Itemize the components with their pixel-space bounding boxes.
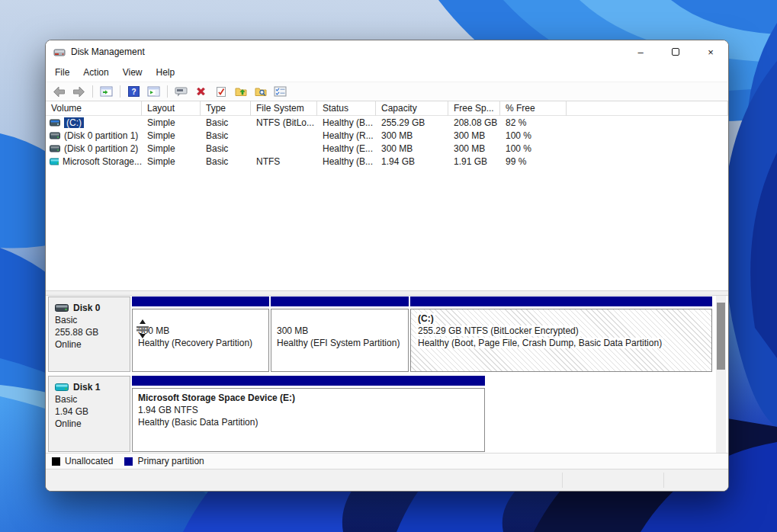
properties-button[interactable]	[271, 83, 290, 100]
percent-free-cell: 100 %	[500, 143, 567, 154]
disk0-label-panel[interactable]: Disk 0 Basic 255.88 GB Online	[48, 296, 130, 372]
percent-free-cell: 100 %	[500, 130, 567, 141]
help-icon: ?	[128, 86, 140, 97]
percent-free-cell: 82 %	[500, 117, 567, 128]
disk1-label-panel[interactable]: Disk 1 Basic 1.94 GB Online	[48, 376, 130, 452]
toolbar-separator	[92, 85, 93, 98]
partition-efi[interactable]: 300 MB Healthy (EFI System Partition)	[271, 296, 409, 372]
mark-partition-button[interactable]	[211, 83, 230, 100]
help-button[interactable]: ?	[124, 83, 143, 100]
disk-kind: Basic	[55, 314, 130, 326]
disk1-row: Disk 1 Basic 1.94 GB Online Microsoft St…	[48, 376, 714, 452]
volume-name-cell: (C:)	[46, 117, 142, 128]
minimize-button[interactable]: –	[623, 40, 658, 63]
menu-file[interactable]: File	[48, 64, 76, 81]
back-icon	[53, 86, 66, 98]
disk-kind: Basic	[55, 393, 130, 405]
toolbar-separator	[167, 85, 168, 98]
status-cell: Healthy (B...	[317, 156, 376, 167]
column-header-status[interactable]: Status	[317, 101, 376, 116]
menu-bar: File Action View Help	[46, 63, 728, 82]
column-header-volume[interactable]: Volume	[46, 101, 142, 116]
forward-button[interactable]	[69, 83, 88, 100]
capacity-cell: 1.94 GB	[376, 156, 448, 167]
type-cell: Basic	[201, 156, 251, 167]
volume-icon-partition	[50, 145, 60, 152]
explore-folder-button[interactable]	[251, 83, 270, 100]
back-button[interactable]	[50, 83, 69, 100]
disk1-partitions: Microsoft Storage Space Device (E:) 1.94…	[132, 376, 714, 452]
toolbar-separator	[120, 85, 120, 98]
partition-recovery[interactable]: 300 MB Healthy (Recovery Partition)	[132, 296, 269, 372]
screen-tip-icon	[175, 86, 188, 97]
up-folder-icon	[235, 86, 247, 97]
column-header-layout[interactable]: Layout	[142, 101, 201, 116]
volume-name: (Disk 0 partition 1)	[64, 130, 138, 141]
column-header-empty[interactable]	[567, 101, 728, 116]
action-pane-icon	[147, 86, 160, 97]
menu-help[interactable]: Help	[149, 64, 182, 81]
maximize-icon	[672, 48, 679, 56]
layout-cell: Simple	[142, 156, 201, 167]
disk-drive-icon	[53, 47, 66, 57]
menu-view[interactable]: View	[116, 64, 149, 81]
column-header-percent-free[interactable]: % Free	[500, 101, 567, 116]
status-bar	[46, 469, 728, 491]
free-space-cell: 208.08 GB	[448, 117, 500, 128]
delete-volume-icon	[195, 86, 207, 97]
toolbar: ?	[46, 82, 728, 101]
column-header-type[interactable]: Type	[201, 101, 251, 116]
unallocated-swatch	[52, 457, 60, 466]
volume-name-cell: Microsoft Storage...	[46, 156, 142, 167]
volume-row-storage-space[interactable]: Microsoft Storage... Simple Basic NTFS H…	[46, 155, 728, 168]
partition-c[interactable]: (C:) 255.29 GB NTFS (BitLocker Encrypted…	[410, 296, 712, 372]
partition-color-bar	[132, 376, 485, 386]
splitter-resize-cursor	[136, 319, 149, 339]
file-system-cell: NTFS	[251, 156, 317, 167]
volume-row-partition1[interactable]: (Disk 0 partition 1) Simple Basic Health…	[46, 129, 728, 142]
partition-color-bar	[132, 296, 269, 306]
pane-splitter[interactable]	[46, 290, 728, 296]
free-space-cell: 300 MB	[448, 130, 500, 141]
status-divider	[663, 473, 664, 488]
show-console-tree-button[interactable]	[97, 83, 116, 100]
free-space-cell: 300 MB	[448, 143, 500, 154]
volume-list-header: Volume Layout Type File System Status Ca…	[46, 101, 728, 116]
volume-icon-partition	[50, 132, 60, 139]
disk0-partitions: 300 MB Healthy (Recovery Partition) 300 …	[132, 296, 714, 372]
show-action-pane-button[interactable]	[144, 83, 163, 100]
type-cell: Basic	[201, 117, 251, 128]
screen-tip-button[interactable]	[172, 83, 191, 100]
scrollbar-thumb[interactable]	[717, 303, 725, 370]
legend-primary-partition: Primary partition	[124, 456, 204, 466]
type-cell: Basic	[201, 130, 251, 141]
volume-icon-storage-space	[50, 158, 59, 165]
partition-e[interactable]: Microsoft Storage Space Device (E:) 1.94…	[132, 376, 485, 452]
volume-row-partition2[interactable]: (Disk 0 partition 2) Simple Basic Health…	[46, 142, 728, 155]
disk-size: 255.88 GB	[55, 326, 130, 338]
volume-name: Microsoft Storage...	[63, 156, 142, 167]
menu-action[interactable]: Action	[76, 64, 115, 81]
legend-bar: Unallocated Primary partition	[46, 453, 728, 469]
volume-name: (Disk 0 partition 2)	[64, 143, 138, 154]
window-title: Disk Management	[71, 46, 145, 57]
maximize-button[interactable]	[658, 40, 693, 63]
mark-partition-icon	[216, 86, 226, 98]
percent-free-cell: 99 %	[500, 156, 567, 167]
volume-row-c[interactable]: (C:) Simple Basic NTFS (BitLo... Healthy…	[46, 116, 728, 129]
column-header-free-space[interactable]: Free Sp...	[448, 101, 500, 116]
up-folder-button[interactable]	[231, 83, 250, 100]
close-button[interactable]: ×	[693, 40, 728, 63]
explore-folder-icon	[255, 86, 267, 97]
column-header-file-system[interactable]: File System	[251, 101, 317, 116]
vertical-scrollbar[interactable]	[716, 296, 726, 453]
volume-list: Volume Layout Type File System Status Ca…	[46, 101, 728, 290]
type-cell: Basic	[201, 143, 251, 154]
column-header-capacity[interactable]: Capacity	[376, 101, 448, 116]
legend-label: Unallocated	[65, 456, 113, 466]
disk0-icon	[55, 303, 69, 312]
volume-name-cell: (Disk 0 partition 1)	[46, 130, 142, 141]
properties-icon	[274, 86, 287, 97]
title-bar[interactable]: Disk Management – ×	[46, 40, 728, 63]
delete-volume-button[interactable]	[191, 83, 210, 100]
